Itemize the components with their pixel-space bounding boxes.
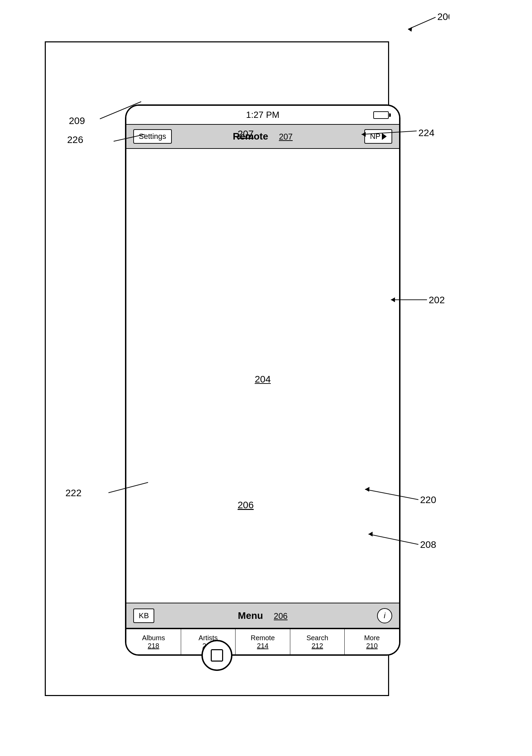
info-button[interactable]: i bbox=[377, 608, 392, 623]
status-time: 1:27 PM bbox=[246, 110, 280, 120]
tab-name-albums: Albums bbox=[142, 634, 165, 642]
device-body: 1:27 PM Settings Remote 207 NP 204 bbox=[125, 104, 400, 656]
battery-icon bbox=[373, 111, 389, 119]
settings-button[interactable]: Settings bbox=[133, 129, 172, 144]
svg-line-0 bbox=[408, 17, 436, 29]
tab-num-albums: 218 bbox=[148, 642, 159, 650]
tab-name-search: Search bbox=[306, 634, 328, 642]
status-bar: 1:27 PM bbox=[126, 106, 399, 125]
content-area: 204 bbox=[126, 149, 399, 610]
content-ref-label: 204 bbox=[255, 374, 271, 385]
tab-item-remote[interactable]: Remote 214 bbox=[236, 629, 290, 654]
tab-num-more: 210 bbox=[366, 642, 377, 650]
kb-button[interactable]: KB bbox=[133, 609, 154, 623]
np-button[interactable]: NP bbox=[364, 129, 392, 144]
tab-item-albums[interactable]: Albums 218 bbox=[126, 629, 181, 654]
ref-arrow-200: 200 bbox=[380, 10, 449, 38]
nav-title-ref: 207 bbox=[279, 132, 293, 141]
svg-text:200: 200 bbox=[437, 11, 449, 22]
menu-title: Menu 206 bbox=[238, 610, 288, 621]
ref-200-label: 200 bbox=[437, 11, 449, 22]
tab-num-search: 212 bbox=[312, 642, 323, 650]
home-square-icon bbox=[211, 649, 223, 662]
np-arrow-icon bbox=[382, 133, 387, 140]
nav-title: Remote 207 bbox=[233, 131, 293, 142]
diagram-container: 200 1:27 PM Settings Remote 207 NP bbox=[0, 0, 532, 756]
ref-220-svg: 220 bbox=[420, 494, 436, 505]
tab-name-more: More bbox=[364, 634, 380, 642]
tab-item-search[interactable]: Search 212 bbox=[290, 629, 345, 654]
bottom-nav-bar: KB Menu 206 i bbox=[126, 603, 399, 629]
ref-202-svg: 202 bbox=[429, 295, 445, 305]
nav-bar: Settings Remote 207 NP bbox=[126, 125, 399, 149]
tab-item-more[interactable]: More 210 bbox=[345, 629, 399, 654]
menu-ref: 206 bbox=[274, 611, 288, 621]
ref-208-svg: 208 bbox=[420, 539, 436, 550]
outer-frame: 1:27 PM Settings Remote 207 NP 204 bbox=[45, 41, 389, 696]
svg-marker-1 bbox=[408, 27, 412, 32]
tab-bar: Albums 218 Artists 216 Remote 214 Search… bbox=[126, 629, 399, 654]
tab-num-remote: 214 bbox=[257, 642, 268, 650]
home-button[interactable] bbox=[201, 640, 232, 671]
ref-224-svg: 224 bbox=[418, 127, 435, 138]
tab-name-remote: Remote bbox=[251, 634, 275, 642]
